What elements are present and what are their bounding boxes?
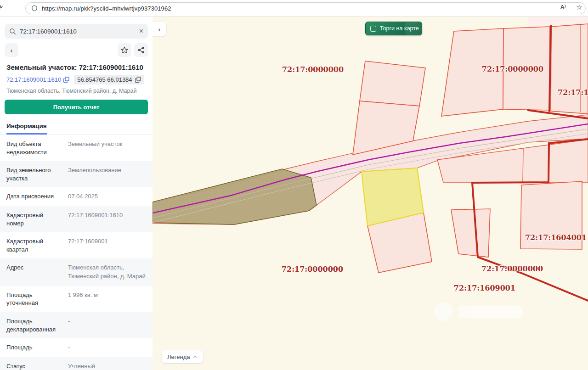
cadastral-map[interactable]: 72:17:0000000 72:17:0000000 72:17:16 72:… (153, 17, 588, 370)
cadastral-parcel[interactable] (451, 209, 490, 257)
chevron-up-icon (193, 355, 198, 359)
parcel-info-sidebar: × ‹ Земельный участок: 72:17:1609001:161… (0, 17, 153, 370)
parcel-address: Тюменская область, Тюменский район, д. М… (6, 88, 146, 94)
url-text[interactable]: https://map.ru/pkk?ysclid=mhvlwrtjvp9373… (42, 5, 171, 12)
cadastral-number-link[interactable]: 72:17:1609001:1610 (6, 76, 69, 83)
search-box[interactable]: × (5, 24, 148, 39)
parcel-info-table: Вид объекта недвижимостиЗемельный участо… (0, 135, 153, 370)
auction-toggle-button[interactable]: Торги на карте (365, 22, 422, 35)
share-icon (137, 46, 145, 54)
collapse-sidebar-button[interactable]: ‹ (153, 22, 166, 36)
table-row: Кадастровый номер72:17:1609001:1610 (0, 206, 153, 232)
search-input[interactable] (20, 28, 139, 35)
auction-checkbox[interactable] (370, 26, 376, 32)
share-button[interactable] (134, 43, 148, 57)
star-icon (121, 46, 128, 54)
table-row: АдресТюменская область, Тюменский район,… (0, 258, 153, 286)
read-aloud-icon[interactable]: A) (560, 4, 566, 11)
address-bar[interactable]: https://map.ru/pkk?ysclid=mhvlwrtjvp9373… (25, 2, 586, 14)
cadastral-map-canvas[interactable] (153, 17, 588, 370)
table-row: Площадь декларированная- (0, 312, 153, 338)
table-row: Вид земельного участкаЗемлепользование (0, 161, 153, 187)
table-row: Дата присвоения07.04.2025 (0, 187, 153, 206)
cadastral-parcel[interactable] (551, 24, 588, 114)
back-button[interactable]: ‹ (5, 43, 18, 57)
parcel-title: Земельный участок: 72:17:1609001:1610 (6, 63, 146, 71)
favorite-button[interactable] (118, 43, 131, 57)
auction-toggle-label: Торги на карте (380, 25, 419, 32)
copy-icon[interactable] (63, 77, 69, 83)
cadastral-parcel[interactable] (441, 28, 503, 116)
table-row: Площадь уточненная1 996 кв. м (0, 286, 153, 312)
copy-icon[interactable] (135, 77, 141, 83)
search-icon (9, 28, 16, 35)
browser-toolbar: ⟳ https://map.ru/pkk?ysclid=mhvlwrtjvp93… (0, 0, 588, 17)
favorite-star-icon[interactable]: ☆ (576, 3, 582, 11)
cadastral-parcel[interactable] (520, 181, 582, 249)
tab-information[interactable]: Информация (6, 120, 47, 135)
table-row: Кадастровый квартал72:17:1609001 (0, 232, 153, 258)
table-row: Площадь- (0, 338, 153, 357)
get-report-button[interactable]: Получить отчет (5, 100, 148, 114)
reload-icon[interactable]: ⟳ (0, 3, 3, 12)
table-row: СтатусУчтенный (0, 357, 153, 370)
cadastral-parcel[interactable] (503, 27, 550, 110)
table-row: Вид объекта недвижимостиЗемельный участо… (0, 135, 153, 161)
cadastral-parcel[interactable] (360, 61, 425, 106)
coordinates-chip[interactable]: 56.854765 66.01384 (74, 75, 144, 84)
clear-search-icon[interactable]: × (139, 28, 143, 35)
legend-button[interactable]: Легенда (162, 350, 203, 363)
road-landuse-parcel[interactable] (153, 169, 317, 224)
site-info-icon[interactable] (31, 5, 38, 11)
